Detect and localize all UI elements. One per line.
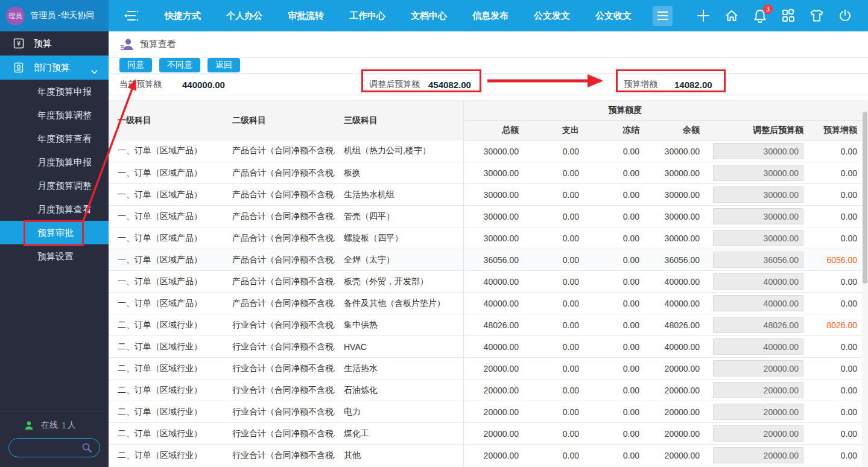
disagree-button[interactable]: 不同意	[159, 58, 200, 72]
menu-item-doc-center[interactable]: 文档中心	[402, 10, 455, 22]
cell-remain: 30000.00	[642, 227, 702, 249]
cell-level1: 二、订单（区域行业）	[109, 380, 223, 401]
sidebar-item-budget-approval[interactable]: 预算审批	[0, 221, 109, 244]
adjusted-budget-input	[713, 143, 803, 159]
cell-increase: 0.00	[811, 423, 862, 445]
bell-icon[interactable]: 3	[753, 8, 767, 23]
cell-level1: 二、订单（区域行业）	[109, 401, 223, 423]
adjusted-budget-input	[713, 252, 803, 268]
hamburger-icon[interactable]	[653, 6, 673, 26]
agree-button[interactable]: 同意	[119, 58, 152, 72]
cell-frozen: 0.00	[581, 162, 642, 184]
cell-spent: 0.00	[521, 271, 581, 293]
menu-item-shortcuts[interactable]: 快捷方式	[156, 10, 209, 22]
sidebar-item-monthly-budget-declare[interactable]: 月度预算申报	[0, 150, 109, 174]
adjusted-budget-value: 454082.00	[428, 80, 471, 90]
plus-icon[interactable]	[696, 8, 711, 23]
avatar[interactable]: 理员	[6, 7, 25, 25]
cell-level1: 一、订单（区域产品）	[109, 141, 223, 162]
brand-area: 理员 管理员 -华天协同	[0, 0, 109, 31]
cell-level2: 产品合计（合同净额不含税...	[223, 162, 335, 184]
table-row: 一、订单（区域产品） 产品合计（合同净额不含税... 备件及其他（含板片垫片） …	[109, 293, 862, 314]
cell-level1: 一、订单（区域产品）	[109, 162, 223, 184]
cell-level2: 产品合计（合同净额不含税...	[223, 206, 335, 227]
search-icon[interactable]	[81, 442, 92, 456]
shirt-icon[interactable]	[809, 8, 824, 23]
adjusted-budget-input	[713, 295, 803, 311]
table-row: 二、订单（区域行业） 行业合计（合同净额不含税... HVAC 40000.00…	[109, 336, 862, 358]
menu-item-doc-receive[interactable]: 公文收文	[587, 10, 640, 22]
sidebar-item-monthly-budget-adjust[interactable]: 月度预算调整	[0, 174, 109, 197]
back-button[interactable]: 返回	[207, 58, 240, 72]
menu-item-personal-office[interactable]: 个人办公	[218, 10, 271, 22]
cell-increase: 0.00	[811, 358, 862, 380]
vertical-scrollbar	[862, 100, 868, 467]
adjusted-budget-input	[713, 165, 803, 181]
cell-remain: 30000.00	[642, 141, 702, 162]
menu-item-doc-send[interactable]: 公文发文	[525, 10, 578, 22]
cell-spent: 0.00	[521, 162, 581, 184]
cell-level2: 行业合计（合同净额不含税...	[223, 336, 335, 358]
table-row: 一、订单（区域产品） 产品合计（合同净额不含税... 板壳（外贸，开发部） 40…	[109, 271, 862, 293]
col-header-level1: 一级科目	[109, 101, 223, 141]
cell-remain: 30000.00	[642, 206, 702, 227]
cell-level2: 行业合计（合同净额不含税...	[223, 314, 335, 336]
sidebar-item-annual-budget-view[interactable]: 年度预算查看	[0, 127, 109, 150]
cell-spent: 0.00	[521, 401, 581, 423]
budget-table: 一级科目 二级科目 三级科目 预算额度 总额 支出 冻结 余额 调整后预算额 预…	[109, 100, 862, 467]
cell-frozen: 0.00	[581, 206, 642, 227]
top-menu: 快捷方式 个人办公 审批流转 工作中心 文档中心 信息发布 公文发文 公文收文	[152, 10, 644, 22]
col-header-adjusted: 调整后预算额	[702, 121, 811, 141]
cell-total: 40000.00	[463, 336, 521, 358]
cell-increase: 0.00	[811, 271, 862, 293]
scrollbar-thumb[interactable]	[863, 112, 867, 284]
sidebar-item-budget[interactable]: ¥ 预算	[0, 31, 109, 56]
cell-level3: 生活热水	[335, 358, 463, 380]
cell-level3: 板换	[335, 162, 463, 184]
cell-remain: 40000.00	[642, 293, 702, 314]
cell-frozen: 0.00	[581, 423, 642, 445]
cell-spent: 0.00	[521, 141, 581, 162]
cell-increase: 6056.00	[811, 249, 862, 271]
department-budget-icon	[13, 62, 24, 73]
user-name: 管理员 -华天协同	[30, 10, 95, 21]
cell-total: 48026.00	[463, 314, 521, 336]
cell-level1: 一、订单（区域产品）	[109, 206, 223, 227]
sidebar: ¥ 预算 部门预算 年度预算申报 年度预算调整 年度预算查看 月度预算申报 月度…	[0, 31, 109, 467]
cell-level3: 生活热水机组	[335, 184, 463, 206]
power-icon[interactable]	[838, 8, 852, 23]
menu-item-work-center[interactable]: 工作中心	[341, 10, 394, 22]
cell-increase: 0.00	[811, 141, 862, 162]
sidebar-item-monthly-budget-view[interactable]: 月度预算查看	[0, 197, 109, 221]
menu-item-approval-flow[interactable]: 审批流转	[279, 10, 332, 22]
search-input[interactable]	[16, 440, 87, 455]
cell-level2: 产品合计（合同净额不含税...	[223, 184, 335, 206]
adjusted-budget-input	[713, 338, 803, 355]
page-title: 预算查看	[140, 39, 176, 50]
cell-spent: 0.00	[521, 423, 581, 445]
notification-badge: 3	[763, 4, 773, 14]
cell-total: 20000.00	[463, 380, 521, 401]
collapse-menu-icon[interactable]	[122, 8, 141, 24]
budget-increase-stat: 预算增额 14082.00	[624, 74, 712, 95]
sidebar-item-department-budget[interactable]: 部门预算	[0, 56, 109, 80]
apps-icon[interactable]	[781, 8, 796, 23]
sidebar-item-budget-settings[interactable]: 预算设置	[0, 244, 109, 268]
cell-level1: 二、订单（区域行业）	[109, 358, 223, 380]
current-budget-value: 440000.00	[182, 80, 225, 90]
cell-frozen: 0.00	[581, 380, 642, 401]
adjusted-budget-input	[713, 208, 803, 224]
cell-frozen: 0.00	[581, 293, 642, 314]
cell-increase: 0.00	[811, 184, 862, 206]
cell-level3: HVAC	[335, 336, 463, 358]
menu-item-info-publish[interactable]: 信息发布	[464, 10, 517, 22]
budget-increase-label: 预算增额	[624, 79, 657, 90]
cell-level2: 行业合计（合同净额不含税...	[223, 380, 335, 401]
home-icon[interactable]	[724, 8, 739, 23]
table-row: 一、订单（区域产品） 产品合计（合同净额不含税... 管壳（四平） 30000.…	[109, 206, 862, 227]
sidebar-item-annual-budget-declare[interactable]: 年度预算申报	[0, 80, 109, 103]
cell-level2: 行业合计（合同净额不含税...	[223, 358, 335, 380]
online-status: 在线 1 人	[24, 415, 109, 436]
sidebar-item-annual-budget-adjust[interactable]: 年度预算调整	[0, 103, 109, 127]
sidebar-submenu: 年度预算申报 年度预算调整 年度预算查看 月度预算申报 月度预算调整 月度预算查…	[0, 80, 109, 268]
